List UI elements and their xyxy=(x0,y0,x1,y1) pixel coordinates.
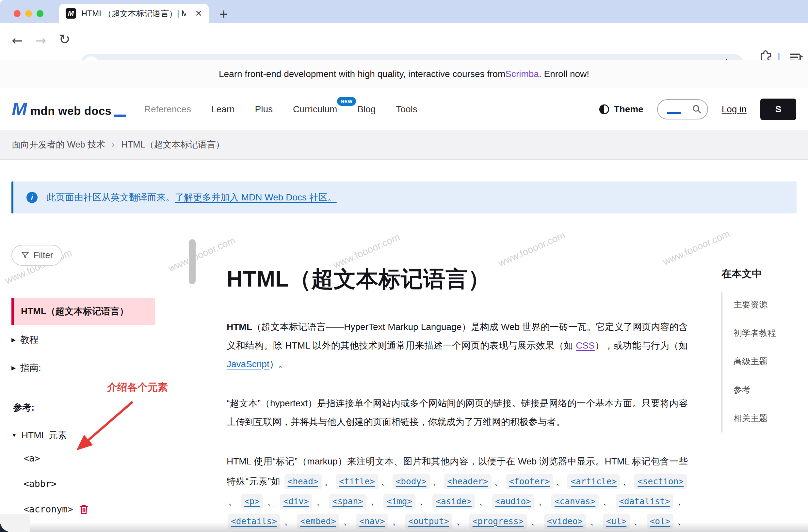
element-link[interactable]: <canvas> xyxy=(551,494,599,509)
nav-tools[interactable]: Tools xyxy=(396,104,417,115)
element-link[interactable]: <datalist> xyxy=(616,494,674,509)
article: HTML（超文本标记语言） HTML（超文本标记语言——HyperText Ma… xyxy=(227,264,688,532)
promo-banner: Learn front-end development with high qu… xyxy=(0,60,808,89)
element-link[interactable]: <section> xyxy=(634,474,687,489)
window-corner xyxy=(0,514,30,532)
notice-text: 此页面由社区从英文翻译而来。 xyxy=(47,192,175,202)
filter-button[interactable]: Filter xyxy=(12,245,62,266)
element-link[interactable]: <title> xyxy=(336,474,378,489)
sidebar-scrollbar-thumb[interactable] xyxy=(189,239,196,284)
toc-item-reference[interactable]: 参考 xyxy=(734,384,807,396)
nav-references[interactable]: References xyxy=(144,104,191,115)
bottom-fade xyxy=(0,522,808,532)
site-header: M mdn web docs References Learn Plus Cur… xyxy=(0,89,808,130)
notice-link[interactable]: 了解更多并加入 MDN Web Docs 社区。 xyxy=(175,192,337,202)
toc-item-advanced-topics[interactable]: 高级主题 xyxy=(734,356,807,367)
toc-item-related-topics[interactable]: 相关主题 xyxy=(734,413,807,424)
paragraph-hypertext: “超文本”（hypertext）是指连接单个网站内或多个网站间的网页的链接。链接… xyxy=(227,394,688,431)
separator: 、 xyxy=(324,476,334,486)
search-icon[interactable] xyxy=(692,104,702,115)
separator: 、 xyxy=(494,476,503,486)
paragraph-text: ），或功能与行为（如 xyxy=(595,340,688,350)
nav-learn[interactable]: Learn xyxy=(211,104,235,115)
toc-item-beginner-tutorials[interactable]: 初学者教程 xyxy=(734,327,807,339)
breadcrumb-separator: › xyxy=(112,140,115,150)
tab-close-icon[interactable]: ✕ xyxy=(195,9,202,18)
new-tab-button[interactable]: + xyxy=(219,6,228,22)
toc-item-main-resources[interactable]: 主要资源 xyxy=(734,299,807,310)
signup-button[interactable]: S xyxy=(760,99,796,120)
element-link[interactable]: <body> xyxy=(392,474,430,489)
mdn-logo-mark: M xyxy=(12,101,27,117)
separator: 、 xyxy=(314,496,327,506)
promo-text: Learn front-end development with high qu… xyxy=(219,69,505,79)
breadcrumb-current: HTML（超文本标记语言） xyxy=(121,139,225,150)
element-link[interactable]: <div> xyxy=(280,494,312,509)
element-label: <a> xyxy=(23,453,40,464)
info-icon: i xyxy=(26,192,38,203)
element-link[interactable]: <article> xyxy=(567,474,620,489)
element-link[interactable]: <p> xyxy=(241,494,263,509)
window-minimize-button[interactable] xyxy=(25,10,32,17)
nav-plus[interactable]: Plus xyxy=(255,104,273,115)
new-badge: NEW xyxy=(337,97,356,106)
trash-icon xyxy=(79,504,89,515)
paragraph-intro: HTML（超文本标记语言——HyperText Markup Language）… xyxy=(227,318,688,373)
separator: 、 xyxy=(537,496,549,506)
nav-blog[interactable]: Blog xyxy=(357,104,375,115)
toc: 在本文中 主要资源 初学者教程 高级主题 参考 相关主题 xyxy=(721,267,807,433)
nav-curriculum[interactable]: CurriculumNEW xyxy=(293,104,337,115)
separator: 、 xyxy=(432,476,442,486)
search-input[interactable] xyxy=(657,99,708,119)
theme-toggle[interactable]: Theme xyxy=(599,104,643,115)
javascript-link[interactable]: JavaScript xyxy=(227,359,270,369)
breadcrumb-web-tech[interactable]: 面向开发者的 Web 技术 xyxy=(12,139,105,150)
scrimba-link[interactable]: Scrimba xyxy=(505,69,539,79)
translation-notice: i 此页面由社区从英文翻译而来。了解更多并加入 MDN Web Docs 社区。 xyxy=(12,182,796,213)
sidebar-element-a[interactable]: <a> xyxy=(23,453,40,464)
chevron-expanded-icon[interactable]: ▼ xyxy=(12,432,17,439)
sidebar-element-abbr[interactable]: <abbr> xyxy=(23,478,56,489)
element-link[interactable]: <header> xyxy=(444,474,491,489)
sidebar-item-tutorials[interactable]: ▶ 教程 xyxy=(12,334,39,346)
back-button[interactable]: ← xyxy=(12,34,23,47)
chevron-collapsed-icon[interactable]: ▶ xyxy=(12,337,16,343)
browser-tab[interactable]: M HTML（超文本标记语言）| MD ✕ xyxy=(59,4,209,23)
theme-label: Theme xyxy=(614,104,643,115)
main-nav: References Learn Plus CurriculumNEW Blog… xyxy=(144,104,417,115)
separator: 、 xyxy=(555,476,565,486)
element-link[interactable]: <span> xyxy=(329,494,366,509)
filter-icon xyxy=(21,251,30,260)
separator: 、 xyxy=(676,496,686,506)
header-right: Theme Log in S xyxy=(599,99,796,120)
element-link[interactable]: <aside> xyxy=(433,494,475,509)
mdn-logo[interactable]: M mdn web docs xyxy=(12,101,126,117)
element-link[interactable]: <head> xyxy=(284,474,322,489)
promo-text-after: . Enroll now! xyxy=(539,69,589,79)
sidebar-item-html-elements[interactable]: ▼ HTML 元素 xyxy=(12,429,67,442)
login-link[interactable]: Log in xyxy=(722,104,747,115)
element-link[interactable]: <audio> xyxy=(492,494,534,509)
mdn-logo-text: mdn web docs xyxy=(30,104,112,117)
chevron-collapsed-icon[interactable]: ▶ xyxy=(12,365,16,372)
sidebar-item-current-page[interactable]: HTML（超文本标记语言） xyxy=(12,298,155,325)
separator: 、 xyxy=(369,496,381,506)
mdn-favicon: M xyxy=(66,8,76,19)
element-link[interactable]: <footer> xyxy=(506,474,553,489)
separator: 、 xyxy=(228,496,239,506)
window-zoom-button[interactable] xyxy=(37,10,43,17)
sidebar-item-guides[interactable]: ▶ 指南: xyxy=(12,362,41,374)
element-link[interactable]: <img> xyxy=(383,494,416,509)
forward-button[interactable]: → xyxy=(35,34,47,47)
reload-button[interactable]: ↻ xyxy=(59,33,70,46)
separator: 、 xyxy=(418,496,430,506)
sidebar-section-label: 参考: xyxy=(13,401,34,414)
css-link[interactable]: CSS xyxy=(576,340,595,350)
browser-toolbar: ← → ↻ https://developer.mozilla.org/zh-C… xyxy=(0,23,808,60)
search-cursor xyxy=(667,112,681,114)
paragraph-markup: HTML 使用“标记”（markup）来注明文本、图片和其他内容，以便于在 We… xyxy=(227,451,688,532)
annotation-arrow xyxy=(69,393,144,459)
sidebar-item-label: 指南: xyxy=(20,362,41,374)
sidebar-element-acronym[interactable]: <acronym> xyxy=(23,504,89,515)
window-close-button[interactable] xyxy=(14,10,21,17)
